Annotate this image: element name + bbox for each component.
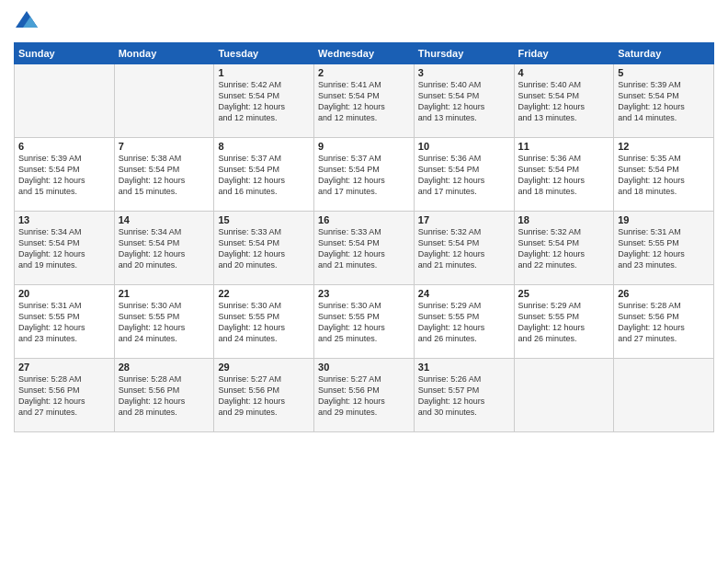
- day-content: Sunrise: 5:40 AM Sunset: 5:54 PM Dayligh…: [518, 79, 610, 124]
- day-number: 19: [618, 214, 710, 225]
- day-content: Sunrise: 5:41 AM Sunset: 5:54 PM Dayligh…: [318, 79, 410, 124]
- day-content: Sunrise: 5:37 AM Sunset: 5:54 PM Dayligh…: [318, 153, 410, 198]
- weekday-header-saturday: Saturday: [614, 43, 714, 64]
- day-content: Sunrise: 5:30 AM Sunset: 5:55 PM Dayligh…: [318, 300, 410, 345]
- day-number: 21: [119, 288, 210, 299]
- day-cell: 25Sunrise: 5:29 AM Sunset: 5:55 PM Dayli…: [514, 285, 614, 359]
- day-cell: [514, 359, 614, 432]
- day-cell: 16Sunrise: 5:33 AM Sunset: 5:54 PM Dayli…: [314, 212, 415, 285]
- day-content: Sunrise: 5:27 AM Sunset: 5:56 PM Dayligh…: [318, 373, 410, 419]
- day-number: 30: [318, 362, 410, 373]
- day-cell: 17Sunrise: 5:32 AM Sunset: 5:54 PM Dayli…: [414, 212, 514, 285]
- day-number: 20: [18, 288, 110, 299]
- day-number: 18: [518, 214, 610, 225]
- day-number: 6: [18, 141, 110, 152]
- week-row-1: 1Sunrise: 5:42 AM Sunset: 5:54 PM Daylig…: [15, 64, 714, 138]
- day-content: Sunrise: 5:30 AM Sunset: 5:55 PM Dayligh…: [218, 300, 310, 345]
- day-content: Sunrise: 5:32 AM Sunset: 5:54 PM Dayligh…: [518, 226, 610, 271]
- day-cell: [614, 359, 714, 432]
- day-cell: 26Sunrise: 5:28 AM Sunset: 5:56 PM Dayli…: [614, 285, 714, 359]
- day-number: 22: [218, 288, 310, 299]
- day-content: Sunrise: 5:29 AM Sunset: 5:55 PM Dayligh…: [418, 300, 510, 345]
- day-number: 24: [418, 288, 510, 299]
- page-container: SundayMondayTuesdayWednesdayThursdayFrid…: [0, 0, 728, 437]
- day-cell: 21Sunrise: 5:30 AM Sunset: 5:55 PM Dayli…: [114, 285, 214, 359]
- weekday-header-tuesday: Tuesday: [214, 43, 314, 64]
- day-number: 1: [218, 67, 310, 78]
- week-row-5: 27Sunrise: 5:28 AM Sunset: 5:56 PM Dayli…: [15, 359, 714, 432]
- day-cell: 2Sunrise: 5:41 AM Sunset: 5:54 PM Daylig…: [314, 64, 415, 138]
- weekday-header-friday: Friday: [514, 43, 614, 64]
- day-content: Sunrise: 5:42 AM Sunset: 5:54 PM Dayligh…: [218, 79, 310, 124]
- day-number: 5: [618, 67, 710, 78]
- day-content: Sunrise: 5:39 AM Sunset: 5:54 PM Dayligh…: [618, 79, 710, 124]
- day-cell: 22Sunrise: 5:30 AM Sunset: 5:55 PM Dayli…: [214, 285, 314, 359]
- weekday-header-wednesday: Wednesday: [314, 43, 415, 64]
- day-cell: 24Sunrise: 5:29 AM Sunset: 5:55 PM Dayli…: [414, 285, 514, 359]
- day-cell: 28Sunrise: 5:28 AM Sunset: 5:56 PM Dayli…: [114, 359, 214, 432]
- day-cell: 18Sunrise: 5:32 AM Sunset: 5:54 PM Dayli…: [514, 212, 614, 285]
- day-content: Sunrise: 5:35 AM Sunset: 5:54 PM Dayligh…: [618, 153, 710, 198]
- logo-icon: [14, 9, 40, 35]
- day-number: 15: [218, 214, 310, 225]
- day-cell: 11Sunrise: 5:36 AM Sunset: 5:54 PM Dayli…: [514, 138, 614, 212]
- week-row-4: 20Sunrise: 5:31 AM Sunset: 5:55 PM Dayli…: [15, 285, 714, 359]
- weekday-header-thursday: Thursday: [414, 43, 514, 64]
- day-cell: 20Sunrise: 5:31 AM Sunset: 5:55 PM Dayli…: [15, 285, 115, 359]
- day-content: Sunrise: 5:34 AM Sunset: 5:54 PM Dayligh…: [119, 226, 210, 271]
- day-content: Sunrise: 5:33 AM Sunset: 5:54 PM Dayligh…: [318, 226, 410, 271]
- day-number: 11: [518, 141, 610, 152]
- day-number: 23: [318, 288, 410, 299]
- day-cell: 9Sunrise: 5:37 AM Sunset: 5:54 PM Daylig…: [314, 138, 415, 212]
- day-content: Sunrise: 5:34 AM Sunset: 5:54 PM Dayligh…: [18, 226, 110, 271]
- weekday-header-monday: Monday: [114, 43, 214, 64]
- day-cell: 19Sunrise: 5:31 AM Sunset: 5:55 PM Dayli…: [614, 212, 714, 285]
- week-row-3: 13Sunrise: 5:34 AM Sunset: 5:54 PM Dayli…: [15, 212, 714, 285]
- day-cell: 7Sunrise: 5:38 AM Sunset: 5:54 PM Daylig…: [114, 138, 214, 212]
- calendar-table: SundayMondayTuesdayWednesdayThursdayFrid…: [14, 42, 714, 432]
- day-number: 26: [618, 288, 710, 299]
- day-content: Sunrise: 5:32 AM Sunset: 5:54 PM Dayligh…: [418, 226, 510, 271]
- day-content: Sunrise: 5:31 AM Sunset: 5:55 PM Dayligh…: [618, 226, 710, 271]
- day-cell: 29Sunrise: 5:27 AM Sunset: 5:56 PM Dayli…: [214, 359, 314, 432]
- day-cell: 10Sunrise: 5:36 AM Sunset: 5:54 PM Dayli…: [414, 138, 514, 212]
- logo: [14, 9, 41, 35]
- day-content: Sunrise: 5:40 AM Sunset: 5:54 PM Dayligh…: [418, 79, 510, 124]
- day-number: 27: [18, 362, 110, 373]
- day-number: 8: [218, 141, 310, 152]
- day-cell: 31Sunrise: 5:26 AM Sunset: 5:57 PM Dayli…: [414, 359, 514, 432]
- day-content: Sunrise: 5:36 AM Sunset: 5:54 PM Dayligh…: [518, 153, 610, 198]
- day-content: Sunrise: 5:27 AM Sunset: 5:56 PM Dayligh…: [218, 373, 310, 419]
- day-cell: [114, 64, 214, 138]
- day-cell: 8Sunrise: 5:37 AM Sunset: 5:54 PM Daylig…: [214, 138, 314, 212]
- day-number: 28: [119, 362, 210, 373]
- day-number: 14: [119, 214, 210, 225]
- header-row: [14, 9, 714, 35]
- day-number: 16: [318, 214, 410, 225]
- day-content: Sunrise: 5:29 AM Sunset: 5:55 PM Dayligh…: [518, 300, 610, 345]
- day-content: Sunrise: 5:30 AM Sunset: 5:55 PM Dayligh…: [119, 300, 210, 345]
- day-number: 9: [318, 141, 410, 152]
- week-row-2: 6Sunrise: 5:39 AM Sunset: 5:54 PM Daylig…: [15, 138, 714, 212]
- day-number: 2: [318, 67, 410, 78]
- day-content: Sunrise: 5:39 AM Sunset: 5:54 PM Dayligh…: [18, 153, 110, 198]
- day-number: 7: [119, 141, 210, 152]
- day-cell: 13Sunrise: 5:34 AM Sunset: 5:54 PM Dayli…: [15, 212, 115, 285]
- day-number: 12: [618, 141, 710, 152]
- day-cell: 4Sunrise: 5:40 AM Sunset: 5:54 PM Daylig…: [514, 64, 614, 138]
- day-cell: 3Sunrise: 5:40 AM Sunset: 5:54 PM Daylig…: [414, 64, 514, 138]
- day-content: Sunrise: 5:36 AM Sunset: 5:54 PM Dayligh…: [418, 153, 510, 198]
- day-cell: 1Sunrise: 5:42 AM Sunset: 5:54 PM Daylig…: [214, 64, 314, 138]
- day-cell: 30Sunrise: 5:27 AM Sunset: 5:56 PM Dayli…: [314, 359, 415, 432]
- weekday-header-sunday: Sunday: [15, 43, 115, 64]
- day-cell: 12Sunrise: 5:35 AM Sunset: 5:54 PM Dayli…: [614, 138, 714, 212]
- day-content: Sunrise: 5:28 AM Sunset: 5:56 PM Dayligh…: [18, 373, 110, 419]
- day-cell: 5Sunrise: 5:39 AM Sunset: 5:54 PM Daylig…: [614, 64, 714, 138]
- day-content: Sunrise: 5:31 AM Sunset: 5:55 PM Dayligh…: [18, 300, 110, 345]
- day-content: Sunrise: 5:28 AM Sunset: 5:56 PM Dayligh…: [119, 373, 210, 419]
- day-content: Sunrise: 5:33 AM Sunset: 5:54 PM Dayligh…: [218, 226, 310, 271]
- day-cell: 27Sunrise: 5:28 AM Sunset: 5:56 PM Dayli…: [15, 359, 115, 432]
- day-cell: 15Sunrise: 5:33 AM Sunset: 5:54 PM Dayli…: [214, 212, 314, 285]
- day-number: 17: [418, 214, 510, 225]
- day-number: 4: [518, 67, 610, 78]
